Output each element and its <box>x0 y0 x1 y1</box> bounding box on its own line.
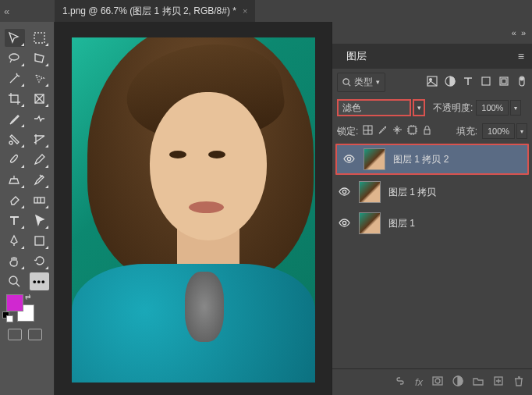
screen-mode-button[interactable] <box>28 329 42 340</box>
lock-all-icon[interactable] <box>422 125 432 137</box>
lasso-tool[interactable] <box>5 49 25 67</box>
svg-rect-18 <box>424 130 430 134</box>
panel-collapse-icon[interactable]: « <box>512 28 516 37</box>
clone-stamp-tool[interactable] <box>5 171 25 189</box>
perspective-crop-tool[interactable] <box>30 130 50 148</box>
filter-type-icon[interactable] <box>463 76 473 89</box>
gradient-tool[interactable] <box>30 191 50 209</box>
document-tab[interactable]: 1.png @ 66.7% (图层 1 拷贝 2, RGB/8#) * × <box>55 0 255 22</box>
opacity-input[interactable]: 100% <box>476 100 509 116</box>
delete-layer-icon[interactable] <box>513 375 524 389</box>
pencil-tool[interactable] <box>30 151 50 169</box>
layer-row[interactable]: 图层 1 拷贝 2 <box>335 144 529 175</box>
svg-point-6 <box>9 276 17 284</box>
svg-rect-4 <box>34 198 44 203</box>
new-layer-icon[interactable] <box>493 375 504 389</box>
lock-transparent-icon[interactable] <box>363 125 373 137</box>
filter-pixel-icon[interactable] <box>427 76 438 89</box>
layer-name[interactable]: 图层 1 <box>388 217 415 230</box>
lock-position-icon[interactable] <box>392 125 403 137</box>
panel-menu-icon[interactable]: ≡ <box>518 50 524 62</box>
close-icon[interactable]: × <box>243 6 247 16</box>
shape-tool[interactable] <box>30 232 50 250</box>
lock-label: 锁定: <box>337 125 358 138</box>
eyedropper-tool[interactable] <box>5 110 25 128</box>
visibility-icon[interactable] <box>337 216 351 230</box>
svg-rect-13 <box>502 79 506 84</box>
spot-heal-tool[interactable] <box>5 130 25 148</box>
quick-mask-button[interactable] <box>8 329 22 340</box>
svg-point-15 <box>520 77 523 80</box>
polygon-lasso-tool[interactable] <box>30 49 50 67</box>
frame-tool[interactable] <box>30 90 50 108</box>
layer-filter-label: 类型 <box>354 76 373 89</box>
svg-point-21 <box>342 221 346 224</box>
tab-layers[interactable]: 图层 <box>340 45 373 67</box>
pen-tool[interactable] <box>5 232 25 250</box>
layer-name[interactable]: 图层 1 拷贝 2 <box>393 153 449 166</box>
filter-smart-icon[interactable] <box>498 76 509 89</box>
edit-toolbar-button[interactable]: ••• <box>30 272 50 290</box>
path-select-tool[interactable] <box>30 212 50 230</box>
svg-point-23 <box>435 379 440 383</box>
svg-rect-11 <box>482 77 490 85</box>
canvas[interactable] <box>72 37 315 383</box>
lock-artboard-icon[interactable] <box>407 125 417 137</box>
tools-panel: ••• ⇄ <box>0 22 55 395</box>
svg-point-1 <box>9 54 19 60</box>
svg-point-19 <box>347 157 350 160</box>
color-swatches[interactable]: ⇄ <box>0 292 54 325</box>
brush-tool[interactable] <box>5 151 25 169</box>
magic-wand-tool[interactable] <box>5 69 25 87</box>
layer-filter-type[interactable]: 类型 ▾ <box>337 73 385 92</box>
visibility-icon[interactable] <box>342 152 356 166</box>
eraser-tool[interactable] <box>5 191 25 209</box>
crop-tool[interactable] <box>5 90 25 108</box>
filter-toggle-icon[interactable] <box>516 76 527 89</box>
layer-thumb[interactable] <box>364 148 385 170</box>
svg-rect-17 <box>409 126 416 133</box>
marquee-tool[interactable] <box>30 29 50 47</box>
filter-shape-icon[interactable] <box>481 76 491 89</box>
svg-point-9 <box>430 78 432 80</box>
lock-pixels-icon[interactable] <box>378 125 388 137</box>
svg-point-20 <box>342 190 346 193</box>
zoom-tool[interactable] <box>5 272 25 290</box>
app-collapse[interactable]: « <box>0 0 55 22</box>
fill-dropdown-icon[interactable]: ▾ <box>516 123 527 139</box>
svg-point-7 <box>343 78 349 84</box>
panels-area: « » 图层 ≡ 类型 ▾ 滤色 ▾ 不透明度: <box>332 22 532 395</box>
layers-list: 图层 1 拷贝 2 图层 1 拷贝 图层 1 <box>332 142 532 368</box>
move-tool[interactable] <box>5 29 25 47</box>
layer-name[interactable]: 图层 1 拷贝 <box>388 186 436 199</box>
quick-select-tool[interactable] <box>30 69 50 87</box>
visibility-icon[interactable] <box>337 185 351 199</box>
rotate-view-tool[interactable] <box>30 252 50 270</box>
filter-adjust-icon[interactable] <box>445 76 456 89</box>
layer-thumb[interactable] <box>359 181 381 203</box>
hand-tool[interactable] <box>5 252 25 270</box>
opacity-label: 不透明度: <box>433 101 473 115</box>
blend-mode-dropdown-icon[interactable]: ▾ <box>413 99 425 116</box>
adjustment-layer-icon[interactable] <box>452 375 463 389</box>
link-layers-icon[interactable] <box>395 375 406 389</box>
history-brush-tool[interactable] <box>30 171 50 189</box>
svg-point-3 <box>9 141 12 144</box>
layer-mask-icon[interactable] <box>432 375 443 389</box>
ruler-tool[interactable] <box>30 110 50 128</box>
panel-expand-icon[interactable]: » <box>521 28 526 37</box>
layer-style-icon[interactable]: fx <box>415 376 423 388</box>
fill-label: 填充: <box>456 125 477 138</box>
type-tool[interactable] <box>5 212 25 230</box>
foreground-color[interactable] <box>6 294 23 311</box>
layer-row[interactable]: 图层 1 <box>332 208 532 239</box>
layer-row[interactable]: 图层 1 拷贝 <box>332 176 532 208</box>
layer-thumb[interactable] <box>359 212 381 234</box>
swap-colors-icon[interactable]: ⇄ <box>25 293 31 301</box>
blend-mode-select[interactable]: 滤色 <box>337 99 411 116</box>
canvas-area <box>55 22 332 395</box>
svg-rect-5 <box>35 237 44 245</box>
fill-input[interactable]: 100% <box>482 123 515 139</box>
group-icon[interactable] <box>473 375 484 389</box>
opacity-dropdown-icon[interactable]: ▾ <box>510 100 521 116</box>
